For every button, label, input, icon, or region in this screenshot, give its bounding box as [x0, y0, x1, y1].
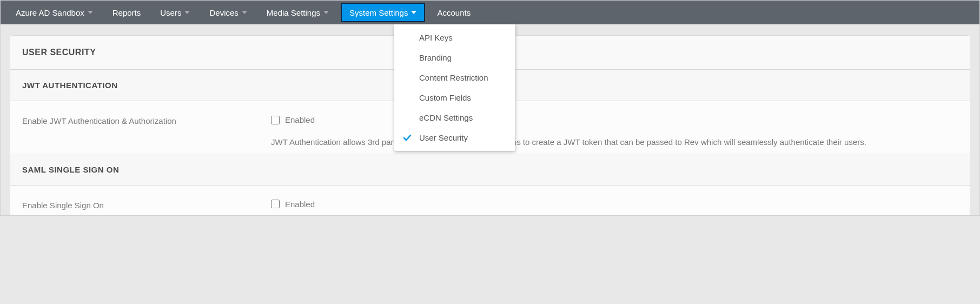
- nav-system-settings[interactable]: System Settings: [341, 3, 425, 22]
- dropdown-item-user-security[interactable]: User Security: [394, 128, 515, 148]
- top-nav-bar: Azure AD Sandbox Reports Users Devices M…: [1, 1, 979, 24]
- dropdown-item-label: eCDN Settings: [419, 113, 473, 122]
- dropdown-item-custom-fields[interactable]: Custom Fields: [394, 88, 515, 108]
- field-label-saml: Enable Single Sign On: [22, 200, 271, 210]
- dropdown-item-label: Branding: [419, 53, 452, 62]
- dropdown-item-label: User Security: [419, 133, 468, 142]
- nav-label: System Settings: [349, 8, 408, 17]
- nav-devices[interactable]: Devices: [200, 1, 256, 24]
- section-header-saml: SAML SINGLE SIGN ON: [10, 154, 970, 186]
- chevron-down-icon: [242, 11, 247, 14]
- svg-marker-1: [184, 11, 190, 14]
- dropdown-item-label: Custom Fields: [419, 93, 471, 102]
- nav-users[interactable]: Users: [150, 1, 200, 24]
- chevron-down-icon: [184, 11, 190, 14]
- nav-reports[interactable]: Reports: [103, 1, 151, 24]
- svg-marker-0: [88, 11, 93, 14]
- svg-marker-3: [323, 11, 329, 14]
- form-row-saml: Enable Single Sign On Enabled: [10, 186, 970, 215]
- checkbox-input-jwt[interactable]: [271, 116, 280, 124]
- dropdown-item-api-keys[interactable]: API Keys: [394, 28, 515, 48]
- chevron-down-icon: [323, 11, 329, 14]
- nav-media-settings[interactable]: Media Settings: [257, 1, 339, 24]
- field-control-saml: Enabled: [271, 200, 958, 210]
- system-settings-dropdown: API Keys Branding Content Restriction Cu…: [394, 24, 515, 151]
- field-label-jwt: Enable JWT Authentication & Authorizatio…: [22, 115, 271, 148]
- nav-label: Media Settings: [267, 8, 320, 17]
- checkbox-label: Enabled: [285, 115, 315, 124]
- checkbox-label: Enabled: [285, 200, 315, 209]
- nav-label: Reports: [112, 8, 141, 17]
- dropdown-item-label: Content Restriction: [419, 73, 488, 82]
- dropdown-item-ecdn-settings[interactable]: eCDN Settings: [394, 108, 515, 128]
- dropdown-item-label: API Keys: [419, 33, 453, 42]
- checkbox-enabled-saml[interactable]: Enabled: [271, 200, 958, 209]
- checkbox-input-saml[interactable]: [271, 200, 280, 208]
- dropdown-item-branding[interactable]: Branding: [394, 48, 515, 68]
- nav-label: Accounts: [437, 8, 471, 17]
- nav-label: Azure AD Sandbox: [16, 8, 84, 17]
- dropdown-item-content-restriction[interactable]: Content Restriction: [394, 68, 515, 88]
- svg-marker-4: [411, 11, 416, 14]
- nav-azure-ad-sandbox[interactable]: Azure AD Sandbox: [6, 1, 103, 24]
- svg-marker-2: [242, 11, 247, 14]
- field-control-jwt: Enabled JWT Authentication allows 3rd pa…: [271, 115, 958, 148]
- chevron-down-icon: [411, 11, 416, 14]
- checkbox-enabled-jwt[interactable]: Enabled: [271, 115, 958, 124]
- nav-label: Devices: [209, 8, 238, 17]
- help-text-jwt: JWT Authentication allows 3rd party deve…: [271, 136, 958, 148]
- section-title: SAML SINGLE SIGN ON: [22, 165, 958, 174]
- nav-label: Users: [160, 8, 181, 17]
- nav-accounts[interactable]: Accounts: [427, 1, 480, 24]
- chevron-down-icon: [88, 11, 93, 14]
- check-icon: [403, 134, 412, 142]
